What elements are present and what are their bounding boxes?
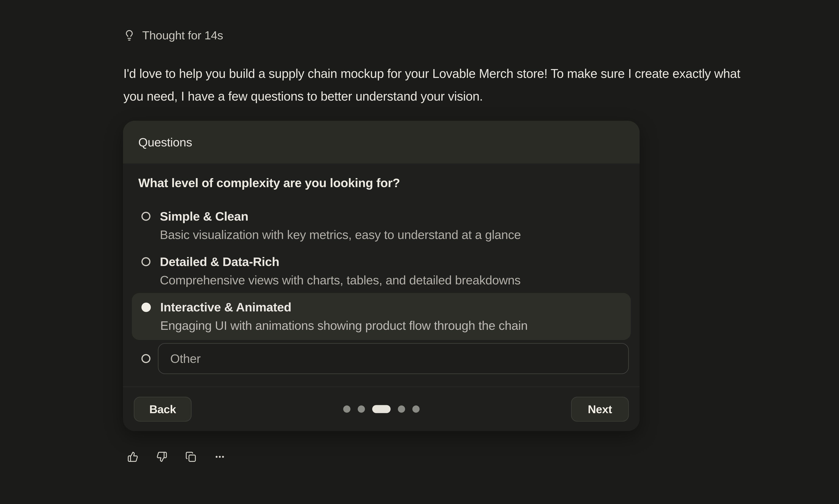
- question-text: What level of complexity are you looking…: [138, 175, 624, 191]
- option-title: Detailed & Data-Rich: [160, 254, 521, 270]
- option-simple-clean[interactable]: Simple & Clean Basic visualization with …: [132, 202, 631, 248]
- pagination-dot: [398, 406, 405, 413]
- option-title: Simple & Clean: [160, 209, 521, 224]
- radio-unselected-icon[interactable]: [141, 257, 151, 266]
- radio-unselected-icon[interactable]: [141, 354, 151, 363]
- card-footer: Back Next: [123, 386, 640, 431]
- option-other[interactable]: [132, 340, 631, 374]
- thought-label: Thought for 14s: [142, 29, 223, 42]
- option-description: Comprehensive views with charts, tables,…: [160, 272, 521, 288]
- option-description: Basic visualization with key metrics, ea…: [160, 227, 521, 242]
- radio-unselected-icon[interactable]: [141, 212, 151, 221]
- questions-card: Questions What level of complexity are y…: [123, 121, 640, 431]
- questions-card-body: What level of complexity are you looking…: [123, 163, 640, 374]
- option-detailed-data-rich[interactable]: Detailed & Data-Rich Comprehensive views…: [132, 248, 631, 293]
- pagination-dot: [358, 406, 365, 413]
- more-options-button[interactable]: [214, 451, 225, 462]
- pagination-dot: [412, 406, 420, 413]
- pagination-dot: [343, 406, 350, 413]
- other-option-input[interactable]: [158, 343, 629, 374]
- back-button[interactable]: Back: [134, 397, 192, 421]
- next-button[interactable]: Next: [571, 397, 629, 421]
- thumbs-down-icon: [156, 451, 167, 462]
- pagination-dot-active: [372, 405, 390, 413]
- message-actions: [127, 451, 225, 462]
- thumbs-up-icon: [127, 451, 138, 462]
- option-interactive-animated[interactable]: Interactive & Animated Engaging UI with …: [132, 293, 631, 340]
- card-title: Questions: [138, 135, 192, 149]
- thought-toggle[interactable]: Thought for 14s: [123, 29, 223, 42]
- pagination-dots: [343, 405, 420, 413]
- more-options-icon: [214, 451, 225, 462]
- assistant-message: I'd love to help you build a supply chai…: [123, 62, 762, 108]
- copy-icon: [185, 451, 196, 462]
- option-description: Engaging UI with animations showing prod…: [160, 318, 528, 333]
- thumbs-down-button[interactable]: [156, 451, 167, 462]
- copy-button[interactable]: [185, 451, 196, 462]
- questions-card-header: Questions: [123, 121, 640, 163]
- option-title: Interactive & Animated: [160, 299, 528, 315]
- thumbs-up-button[interactable]: [127, 451, 138, 462]
- radio-selected-icon[interactable]: [141, 303, 151, 312]
- lightbulb-icon: [123, 30, 135, 41]
